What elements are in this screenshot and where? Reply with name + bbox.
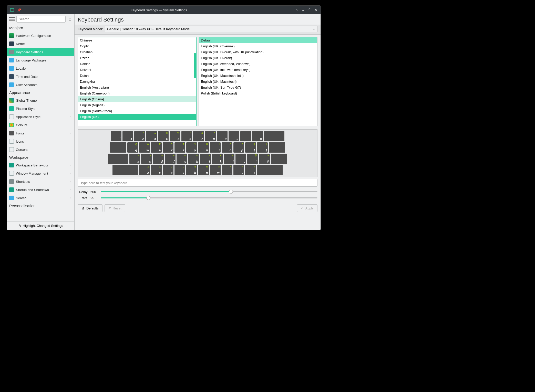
sidebar-item[interactable]: Window Management〉: [7, 169, 74, 177]
sidebar-item[interactable]: Kernel: [7, 40, 74, 48]
sidebar-item[interactable]: Colours: [7, 121, 74, 129]
variant-row[interactable]: English (UK, Colemak): [199, 43, 317, 49]
window-title: Keyboard Settings — System Settings: [22, 8, 296, 12]
sidebar-item-icon: [9, 131, 14, 135]
variant-row[interactable]: Polish (British keyboard): [199, 90, 317, 96]
variant-row[interactable]: English (UK, Dvorak, with UK punctuation…: [199, 49, 317, 55]
pin-icon[interactable]: 📌: [17, 8, 22, 12]
delay-slider[interactable]: [101, 189, 317, 194]
keyboard-model-select[interactable]: Generic | Generic 105-key PC - Default K…: [105, 26, 317, 32]
sidebar-item[interactable]: Keyboard Settings: [7, 48, 74, 56]
keyboard-key: Ss: [141, 154, 152, 164]
keyboard-key: ^6: [181, 131, 192, 141]
keyboard-key: Yy: [186, 142, 197, 153]
chevron-right-icon: 〉: [69, 172, 72, 175]
sidebar-item-label: User Accounts: [16, 83, 72, 87]
keyboard-key: <,: [222, 165, 232, 175]
sidebar-item-icon: [9, 74, 14, 79]
model-label: Keyboard Model:: [78, 27, 103, 31]
model-value: Generic | Generic 105-key PC - Default K…: [107, 27, 312, 31]
sidebar-item[interactable]: Global Theme: [7, 96, 74, 104]
apply-button[interactable]: ✓Apply: [297, 204, 317, 212]
close-icon[interactable]: ✕: [314, 8, 317, 12]
sidebar-item-icon: [9, 58, 14, 62]
language-list[interactable]: ChineseCopticCroatianCzechDanishDhivehiD…: [78, 37, 197, 126]
language-row[interactable]: English (Nigeria): [78, 102, 196, 108]
reset-button[interactable]: ↶Reset: [105, 204, 125, 212]
variant-list[interactable]: DefaultEnglish (UK, Colemak)English (UK,…: [199, 37, 317, 126]
language-row[interactable]: Coptic: [78, 43, 196, 49]
sidebar-item-label: Cursors: [16, 148, 72, 152]
sidebar-item[interactable]: Startup and Shutdown〉: [7, 186, 74, 194]
language-row[interactable]: English (Australian): [78, 84, 196, 90]
help-icon[interactable]: ?: [296, 8, 298, 12]
sidebar-item[interactable]: Search〉: [7, 194, 74, 202]
language-row[interactable]: English (Ghana): [78, 96, 196, 102]
sidebar-item[interactable]: Language Packages: [7, 56, 74, 64]
language-row[interactable]: Croatian: [78, 49, 196, 55]
language-row[interactable]: English (Cameroon): [78, 90, 196, 96]
keyboard-key: [271, 154, 287, 164]
sidebar-item-icon: [9, 33, 14, 38]
variant-row[interactable]: English (UK, intl., with dead keys): [199, 67, 317, 73]
home-icon[interactable]: ⌂: [67, 16, 73, 22]
sidebar-item-icon: [9, 50, 14, 54]
language-row[interactable]: English (UK): [78, 114, 196, 120]
variant-row[interactable]: English (UK, Macintosh, intl.): [199, 73, 317, 79]
scrollbar-thumb[interactable]: [194, 53, 196, 78]
menu-icon[interactable]: [9, 16, 15, 22]
sidebar-item-icon: [9, 171, 14, 176]
keyboard-key: :;: [235, 154, 246, 164]
variant-row[interactable]: English (UK, extended, Windows): [199, 61, 317, 67]
sidebar-item[interactable]: Plasma Style: [7, 104, 74, 113]
sidebar-item-label: Hardware Configuration: [16, 34, 72, 38]
variant-row[interactable]: English (UK, Dvorak): [199, 55, 317, 61]
keyboard-key: Pp: [233, 142, 244, 153]
chevron-right-icon: 〉: [69, 180, 72, 184]
variant-row[interactable]: Default: [199, 37, 317, 43]
variant-row[interactable]: English (UK, Macintosh): [199, 79, 317, 84]
defaults-button[interactable]: 🗎Defaults: [78, 204, 102, 212]
sidebar-item[interactable]: Cursors: [7, 145, 74, 154]
keyboard-key: @': [247, 154, 258, 164]
sidebar-item[interactable]: Application Style〉: [7, 113, 74, 121]
keyboard-key: ¬`: [111, 131, 121, 141]
keyboard-key: Ff: [165, 154, 176, 164]
rate-slider[interactable]: [101, 195, 317, 200]
sidebar-item-icon: [9, 147, 14, 152]
language-row[interactable]: Dzongkha: [78, 79, 196, 84]
sidebar-item[interactable]: Workspace Behaviour〉: [7, 161, 74, 169]
keyboard-test-input[interactable]: [78, 179, 317, 187]
sidebar-item-icon: [9, 106, 14, 111]
language-row[interactable]: English (South Africa): [78, 108, 196, 114]
delay-value: 600: [90, 190, 99, 194]
pencil-icon: ✎: [18, 224, 21, 228]
language-row[interactable]: Danish: [78, 61, 196, 67]
variant-row[interactable]: English (UK, Sun Type 6/7): [199, 84, 317, 90]
sidebar-item[interactable]: Locale: [7, 64, 74, 72]
keyboard-key: Ll: [224, 154, 234, 164]
keyboard-key: )0: [229, 131, 239, 141]
sidebar-item-icon: [9, 139, 14, 144]
language-row[interactable]: Czech: [78, 55, 196, 61]
sidebar-item[interactable]: Shortcuts〉: [7, 177, 74, 186]
sidebar-item[interactable]: Hardware Configuration: [7, 31, 74, 40]
minimize-icon[interactable]: ⌄: [301, 8, 305, 12]
language-row[interactable]: Dutch: [78, 73, 196, 79]
keyboard-key: *8: [205, 131, 216, 141]
keyboard-key: Aa: [129, 154, 140, 164]
keyboard-key: [269, 142, 285, 153]
maximize-icon[interactable]: ⌃: [308, 8, 311, 12]
highlight-changed-button[interactable]: ✎ Highlight Changed Settings: [7, 221, 74, 230]
sidebar-item[interactable]: Fonts〉: [7, 129, 74, 137]
sidebar-item[interactable]: User Accounts: [7, 81, 74, 89]
sidebar-item[interactable]: Icons: [7, 137, 74, 145]
search-input[interactable]: [16, 16, 66, 23]
keyboard-key: [264, 131, 284, 141]
sidebar-item-label: Window Management: [16, 172, 67, 175]
language-row[interactable]: Dhivehi: [78, 67, 196, 73]
language-row[interactable]: Chinese: [78, 37, 196, 43]
sidebar-item[interactable]: Time and Date: [7, 72, 74, 81]
keyboard-key: Tt: [174, 142, 185, 153]
sidebar-group: Appearance: [7, 89, 74, 96]
